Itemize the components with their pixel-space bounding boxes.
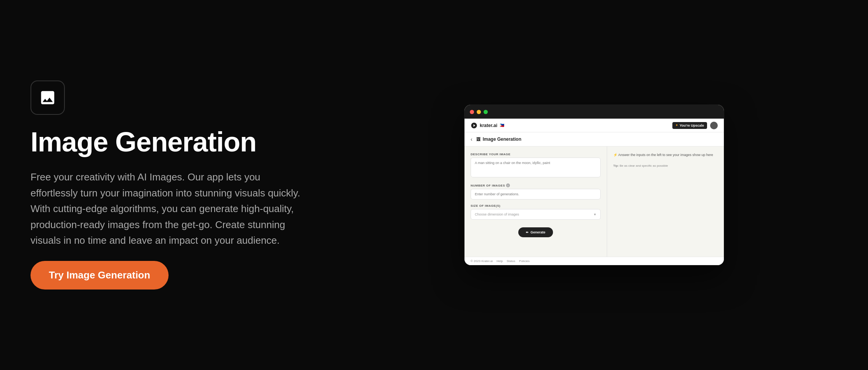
page-header-icon: 🖼: [476, 137, 481, 142]
page-header-title: 🖼 Image Generation: [476, 137, 521, 142]
size-label: SIZE OF IMAGE(S): [471, 204, 601, 208]
page-title: Image Generation: [31, 127, 305, 157]
try-image-generation-button[interactable]: Try Image Generation: [31, 261, 169, 290]
image-icon: [39, 89, 56, 106]
close-dot: [470, 110, 474, 114]
maximize-dot: [484, 110, 488, 114]
describe-field: DESCRIBE YOUR IMAGE: [471, 153, 601, 179]
left-section: Image Generation Free your creativity wi…: [31, 80, 305, 290]
main-container: Image Generation Free your creativity wi…: [0, 0, 868, 370]
browser-chrome: [465, 105, 724, 119]
describe-textarea[interactable]: [471, 158, 601, 177]
content-columns: DESCRIBE YOUR IMAGE NUMBER OF IMAGES i S: [465, 146, 724, 257]
app-logo: krater.ai 🇵🇭: [471, 122, 504, 129]
info-icon: i: [506, 183, 510, 187]
upscale-badge: You're Upscale: [672, 122, 707, 129]
app-page-header: ‹ 🖼 Image Generation: [465, 132, 724, 146]
size-field: SIZE OF IMAGE(S) Choose dimension of ima…: [471, 204, 601, 220]
app-footer: © 2023 Krater.ai Help Status Policies: [465, 257, 724, 265]
footer-status[interactable]: Status: [506, 259, 515, 263]
logo-text: krater.ai: [480, 123, 497, 128]
app-header: krater.ai 🇵🇭 You're Upscale: [465, 119, 724, 132]
number-field: NUMBER OF IMAGES i: [471, 183, 601, 199]
header-right: You're Upscale: [672, 122, 718, 129]
page-description: Free your creativity with AI Images. Our…: [31, 169, 305, 249]
chevron-down-icon: ▼: [593, 213, 596, 216]
preview-hint: ⚡ Answer the inputs on the left to see y…: [613, 153, 718, 158]
feature-icon-box: [31, 80, 65, 115]
krater-logo-icon: [471, 122, 477, 129]
app-content: ‹ 🖼 Image Generation DESCRIBE YOUR IMAGE: [465, 132, 724, 265]
footer-policies[interactable]: Policies: [519, 259, 530, 263]
number-input[interactable]: [471, 189, 601, 199]
right-section: krater.ai 🇵🇭 You're Upscale ‹ 🖼: [351, 105, 837, 265]
user-avatar[interactable]: [710, 122, 718, 129]
footer-copyright: © 2023 Krater.ai: [471, 259, 493, 263]
tip-label: Tip:: [613, 164, 619, 167]
logo-flag: 🇵🇭: [500, 123, 504, 127]
preview-column: ⚡ Answer the inputs on the left to see y…: [607, 146, 724, 257]
preview-tip: Tip: Be as clear and specific as possibl…: [613, 164, 718, 167]
back-button[interactable]: ‹: [471, 136, 473, 142]
form-column: DESCRIBE YOUR IMAGE NUMBER OF IMAGES i S: [465, 146, 607, 257]
browser-mockup: krater.ai 🇵🇭 You're Upscale ‹ 🖼: [465, 105, 724, 265]
number-label: NUMBER OF IMAGES i: [471, 183, 601, 187]
minimize-dot: [477, 110, 481, 114]
describe-label: DESCRIBE YOUR IMAGE: [471, 153, 601, 156]
footer-help[interactable]: Help: [497, 259, 503, 263]
generate-button[interactable]: Generate: [518, 227, 553, 237]
hint-icon: ⚡: [613, 153, 617, 157]
size-select[interactable]: Choose dimension of images ▼: [471, 209, 601, 220]
